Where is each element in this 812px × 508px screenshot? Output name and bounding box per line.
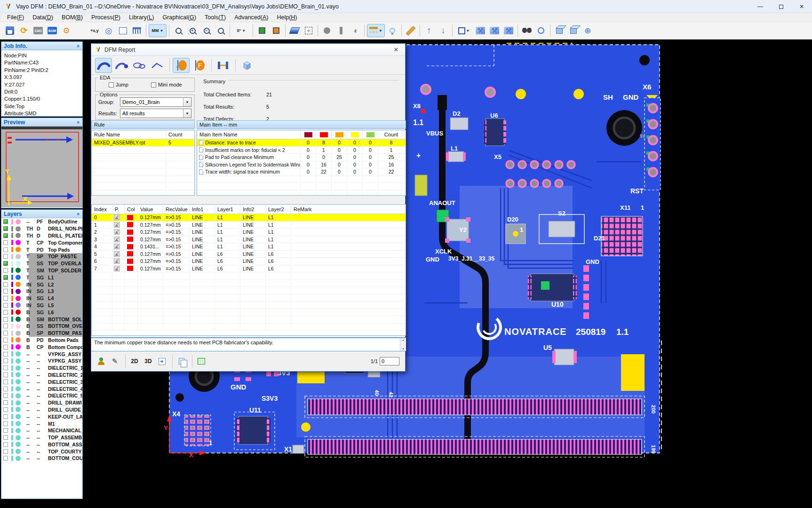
- curve-node-icon[interactable]: [113, 58, 130, 73]
- target-circle-icon[interactable]: ⊕: [581, 24, 594, 37]
- measure-h-icon[interactable]: [215, 58, 231, 73]
- layer-row-keep-out_la[interactable]: ----KEEP-OUT_LA: [1, 413, 82, 420]
- layer-visibility-checkbox[interactable]: [3, 352, 8, 357]
- chip-green-icon[interactable]: [255, 24, 269, 37]
- layer-row-bottom_cou[interactable]: ----BOTTOM_COU: [1, 455, 82, 462]
- layer-row-top_overla[interactable]: TSSTOP_OVERLA: [1, 260, 82, 267]
- detail-column-header-layer1[interactable]: Layer1: [215, 205, 240, 214]
- chain-ellipse-icon[interactable]: [131, 58, 148, 73]
- layer-visibility-checkbox[interactable]: [3, 226, 8, 231]
- layer-visibility-checkbox[interactable]: [3, 303, 8, 308]
- view-3d-button[interactable]: 3D: [142, 355, 154, 367]
- wrench-board-icon[interactable]: ⚒: [474, 24, 487, 37]
- group-dropdown-arrow-icon[interactable]: ▼: [183, 98, 191, 106]
- detail-row[interactable]: 10.127mm=>0.15LINEL1LINEL1: [92, 222, 406, 229]
- detail-row[interactable]: 40.1431...=>0.15LINEL1LINEL1: [92, 243, 406, 251]
- bulb-icon[interactable]: [386, 24, 399, 37]
- main-item-count-column-header[interactable]: Count: [378, 130, 404, 139]
- layer-row-dielectric_3[interactable]: ----DIELECTRIC_3: [1, 378, 82, 385]
- cad-badge-icon[interactable]: CAD: [32, 24, 45, 37]
- pad-round-icon[interactable]: [320, 24, 334, 37]
- board-move-icon[interactable]: +: [302, 24, 315, 37]
- wrench-panel-icon[interactable]: ⚒: [488, 24, 501, 37]
- dropdown-arrow-icon[interactable]: ▼: [466, 29, 470, 33]
- detail-row[interactable]: 30.127mm=>0.15LINEL1LINEL1: [92, 236, 406, 244]
- layer-visibility-checkbox[interactable]: [3, 331, 8, 335]
- main-item-row[interactable]: Trace width: signal trace minimum0220002…: [197, 168, 406, 176]
- zoom-in-icon[interactable]: +: [186, 24, 199, 37]
- sync-icon[interactable]: ⟳: [17, 24, 31, 37]
- layer-visibility-checkbox[interactable]: [3, 428, 8, 433]
- results-dropdown[interactable]: All results ▼: [120, 109, 191, 118]
- layer-visibility-checkbox[interactable]: [3, 247, 8, 252]
- layer-row-bottom_ove[interactable]: BSSBOTTOM_OVE: [1, 323, 82, 330]
- group-dropdown[interactable]: Demo_01_Brain ▼: [120, 97, 191, 107]
- preview-canvas[interactable]: Y X: [1, 127, 82, 207]
- cube-3d-icon[interactable]: [239, 58, 255, 73]
- edit-pen-button[interactable]: ✎: [109, 355, 121, 367]
- ruler-icon[interactable]: [404, 24, 417, 37]
- pad-poly-icon[interactable]: ◖: [349, 24, 362, 37]
- severity-column-header[interactable]: [301, 130, 316, 139]
- coordinate-xy-icon[interactable]: +x,y: [88, 24, 101, 37]
- menu-datad[interactable]: Data(D): [28, 14, 57, 21]
- layer-visibility-checkbox[interactable]: [3, 456, 8, 460]
- pin-circle-icon[interactable]: ◎: [102, 24, 115, 37]
- detail-column-header-p[interactable]: P.: [112, 205, 125, 214]
- marker-a-icon[interactable]: A: [173, 58, 190, 73]
- dropdown-arrow-icon[interactable]: ▼: [160, 29, 164, 33]
- save-icon[interactable]: [3, 24, 16, 37]
- zoom-window-icon[interactable]: [214, 24, 227, 37]
- menu-processp[interactable]: Process(P): [87, 14, 125, 21]
- severity-column-header[interactable]: [347, 130, 363, 139]
- main-item-row[interactable]: Pad to Pad clearance Minimum00250025: [197, 154, 406, 161]
- layer-row-vypkg_assy[interactable]: ----VYPKG_ASSY: [1, 350, 82, 357]
- rule-count-column-header[interactable]: Count: [166, 130, 194, 139]
- maximize-button[interactable]: [771, 0, 791, 13]
- zoom-icon[interactable]: [172, 24, 185, 37]
- dialog-title-bar[interactable]: DFM Report ✕: [91, 44, 405, 56]
- detail-row[interactable]: 60.127mm=>0.15LINEL6LINEL6: [92, 258, 406, 265]
- menu-toolst[interactable]: Tools(T): [200, 14, 230, 21]
- detail-row[interactable]: 00.127mm=>0.15LINEL1LINEL1: [92, 214, 406, 222]
- detail-column-header-value[interactable]: Value: [138, 205, 163, 214]
- layer-row-l3[interactable]: INSGL3: [1, 288, 82, 295]
- wrench-part-icon[interactable]: ⚒: [502, 24, 515, 37]
- layer-row-m1[interactable]: ----M1: [1, 420, 82, 427]
- pad-bar-icon[interactable]: [334, 24, 348, 37]
- menu-helph[interactable]: Help(H): [272, 14, 301, 21]
- layer-visibility-checkbox[interactable]: [3, 400, 8, 405]
- layer-visibility-checkbox[interactable]: [3, 338, 8, 342]
- grid-table-icon[interactable]: [116, 24, 129, 37]
- layer-row-top-pads[interactable]: TPDTop Pads: [1, 246, 82, 253]
- marker-f-icon[interactable]: F: [191, 58, 207, 73]
- detail-column-header-col[interactable]: Col: [125, 205, 138, 214]
- layer-row-dielectric_4[interactable]: ----DIELECTRIC_4: [1, 385, 82, 392]
- layer-visibility-checkbox[interactable]: [3, 449, 8, 454]
- table-button[interactable]: [195, 355, 207, 367]
- layer-visibility-checkbox[interactable]: [3, 358, 8, 363]
- square-select-icon[interactable]: ▼: [455, 24, 473, 37]
- layer-visibility-checkbox[interactable]: [3, 310, 8, 315]
- layer-row-top_assemb[interactable]: ----TOP_ASSEMB: [1, 434, 82, 441]
- picture-icon[interactable]: [114, 214, 120, 220]
- pin-header-icon[interactable]: ▼: [367, 24, 385, 37]
- layer-row-l6[interactable]: BSGL6: [1, 309, 82, 316]
- preview-header[interactable]: Preview «: [1, 118, 82, 127]
- pitch-comb-icon[interactable]: [130, 24, 143, 37]
- layer-visibility-checkbox[interactable]: [3, 407, 8, 412]
- layer-row-drill_non-pl[interactable]: THDDRILL_NON-PL: [1, 225, 82, 232]
- collapse-chevron-icon[interactable]: «: [76, 44, 81, 47]
- menu-advanceda[interactable]: Advanced(A): [230, 14, 272, 21]
- page-input[interactable]: [380, 357, 399, 365]
- arrow-down-icon[interactable]: ↓: [437, 24, 450, 37]
- layer-visibility-checkbox[interactable]: [3, 233, 8, 238]
- picture-icon[interactable]: [114, 229, 120, 235]
- job-info-header[interactable]: Job Info. «: [1, 42, 82, 50]
- picture-icon[interactable]: [114, 258, 120, 264]
- layer-visibility-checkbox[interactable]: [3, 219, 8, 224]
- results-dropdown-arrow-icon[interactable]: ▼: [183, 109, 191, 118]
- layer-row-l5[interactable]: INSGL5: [1, 302, 82, 309]
- layer-row-bottom_pas[interactable]: BSPBOTTOM_PAS: [1, 330, 82, 337]
- main-item-row[interactable]: Silkscreen Legend Text to Soldermask Win…: [197, 161, 406, 169]
